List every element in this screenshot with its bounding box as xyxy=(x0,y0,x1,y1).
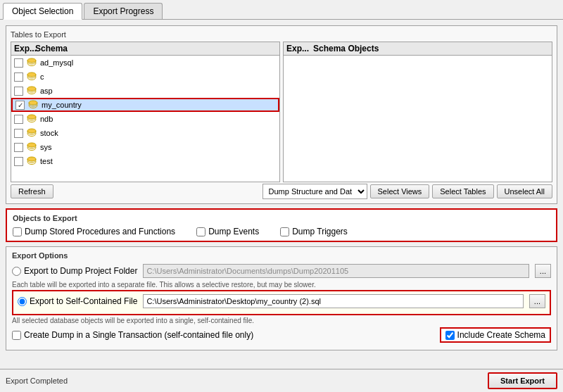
checkbox-asp[interactable] xyxy=(14,87,23,96)
schema-name-c: c xyxy=(40,72,44,81)
dump-events-label[interactable]: Dump Events xyxy=(196,227,259,236)
schema-objects-header: Exp... Schema Objects xyxy=(284,42,552,56)
schema-list-header: Exp... Schema xyxy=(11,42,279,56)
checkbox-stock[interactable] xyxy=(14,129,23,138)
schema-name-ndb: ndb xyxy=(40,115,53,123)
exp-col-header: Exp... xyxy=(286,44,309,53)
schema-item-ndb[interactable]: ndb xyxy=(11,112,279,126)
create-dump-label[interactable]: Create Dump in a Single Transaction (sel… xyxy=(12,330,253,340)
db-icon-stock xyxy=(26,127,37,139)
table-toolbar: Refresh Dump Structure and Dat Dump Stru… xyxy=(11,184,552,199)
self-contained-browse-button[interactable]: ... xyxy=(529,294,545,308)
schema-name-test: test xyxy=(40,157,53,165)
project-folder-row: Export to Dump Project Folder ... xyxy=(12,264,551,278)
svg-point-5 xyxy=(27,129,36,133)
self-contained-path[interactable] xyxy=(143,294,523,308)
main-container: Object Selection Export Progress Tables … xyxy=(0,0,563,392)
export-options-title: Export Options xyxy=(12,251,551,260)
project-folder-label: Export to Dump Project Folder xyxy=(24,266,137,276)
svg-point-6 xyxy=(27,143,36,147)
schema-item-my_country[interactable]: my_country xyxy=(11,98,279,112)
self-contained-info-text: All selected database objects will be ex… xyxy=(12,317,551,324)
db-icon-ad_mysql xyxy=(26,57,37,68)
self-contained-row: Export to Self-Contained File ... xyxy=(12,290,551,315)
schema-item-asp[interactable]: asp xyxy=(11,84,279,98)
checkbox-sys[interactable] xyxy=(14,143,23,152)
start-export-button[interactable]: Start Export xyxy=(488,372,557,389)
db-icon-test xyxy=(26,156,37,167)
include-schema-text: Include Create Schema xyxy=(457,330,545,340)
schema-objects-col-header: Schema Objects xyxy=(313,44,379,53)
tab-export-progress[interactable]: Export Progress xyxy=(84,3,163,19)
svg-point-2 xyxy=(27,87,36,91)
schema-name-stock: stock xyxy=(40,129,58,137)
schema-column-header: Schema xyxy=(35,44,277,53)
schema-name-my_country: my_country xyxy=(42,101,82,109)
include-schema-checkbox[interactable] xyxy=(445,331,455,340)
schema-item-c[interactable]: c xyxy=(11,70,279,84)
svg-point-1 xyxy=(27,72,36,77)
svg-point-0 xyxy=(27,58,36,63)
small-note-text: Each table will be exported into a separ… xyxy=(12,281,551,289)
dump-stored-text: Dump Stored Procedures and Functions xyxy=(25,227,175,236)
dump-events-checkbox[interactable] xyxy=(196,227,205,236)
dump-mode-select[interactable]: Dump Structure and Dat Dump Structure On… xyxy=(262,184,367,199)
schema-name-asp: asp xyxy=(40,87,53,95)
create-dump-checkbox[interactable] xyxy=(12,331,21,340)
tab-bar: Object Selection Export Progress xyxy=(0,0,563,20)
project-folder-radio[interactable] xyxy=(12,267,21,276)
project-folder-radio-label[interactable]: Export to Dump Project Folder xyxy=(12,266,137,276)
create-dump-text: Create Dump in a Single Transaction (sel… xyxy=(24,330,253,340)
db-icon-my_country xyxy=(27,99,39,110)
schema-item-stock[interactable]: stock xyxy=(11,126,279,140)
include-schema-label[interactable]: Include Create Schema xyxy=(445,330,545,340)
schema-item-ad_mysql[interactable]: ad_mysql xyxy=(11,56,279,70)
db-icon-ndb xyxy=(26,113,37,125)
project-folder-path[interactable] xyxy=(143,264,529,278)
tables-to-export-section: Tables to Export Exp... Schema ad_mysql xyxy=(6,25,557,204)
schema-name-ad_mysql: ad_mysql xyxy=(40,58,73,67)
objects-to-export-section: Objects to Export Dump Stored Procedures… xyxy=(6,208,557,242)
dump-stored-checkbox[interactable] xyxy=(13,227,22,236)
svg-point-7 xyxy=(27,157,36,161)
schema-list-panel[interactable]: Exp... Schema ad_mysql c xyxy=(11,42,280,182)
checkbox-c[interactable] xyxy=(14,72,23,82)
objects-export-title: Objects to Export xyxy=(13,214,550,222)
unselect-all-button[interactable]: Unselect All xyxy=(497,184,552,198)
dump-triggers-text: Dump Triggers xyxy=(292,227,348,236)
refresh-button[interactable]: Refresh xyxy=(11,184,53,198)
objects-export-checkboxes: Dump Stored Procedures and Functions Dum… xyxy=(13,227,550,236)
db-icon-asp xyxy=(26,85,37,96)
self-contained-radio-label[interactable]: Export to Self-Contained File xyxy=(18,296,137,306)
svg-point-3 xyxy=(29,101,37,105)
schema-objects-panel: Exp... Schema Objects xyxy=(283,42,552,182)
checkbox-ndb[interactable] xyxy=(14,115,23,124)
select-tables-button[interactable]: Select Tables xyxy=(432,184,493,198)
project-folder-browse-button[interactable]: ... xyxy=(535,264,551,278)
content-area: Tables to Export Exp... Schema ad_mysql xyxy=(0,20,563,369)
self-contained-option-row: Export to Self-Contained File ... xyxy=(18,294,545,308)
checkbox-test[interactable] xyxy=(14,157,23,166)
svg-point-4 xyxy=(27,115,36,119)
tab-object-selection[interactable]: Object Selection xyxy=(3,3,82,20)
dump-events-text: Dump Events xyxy=(208,227,259,236)
dump-triggers-label[interactable]: Dump Triggers xyxy=(280,227,348,236)
select-views-button[interactable]: Select Views xyxy=(370,184,430,198)
dump-stored-label[interactable]: Dump Stored Procedures and Functions xyxy=(13,227,175,236)
db-icon-c xyxy=(26,71,37,82)
export-status: Export Completed xyxy=(6,377,68,385)
checkbox-ad_mysql[interactable] xyxy=(14,58,23,68)
create-dump-row: Create Dump in a Single Transaction (sel… xyxy=(12,327,551,343)
exp-column-header: Exp... xyxy=(14,44,35,53)
self-contained-radio[interactable] xyxy=(18,297,27,306)
schema-item-sys[interactable]: sys xyxy=(11,140,279,154)
dump-triggers-checkbox[interactable] xyxy=(280,227,289,236)
tables-export-area: Exp... Schema ad_mysql c xyxy=(11,42,552,182)
db-icon-sys xyxy=(26,141,37,153)
checkbox-my_country[interactable] xyxy=(15,101,25,110)
schema-item-test[interactable]: test xyxy=(11,154,279,168)
schema-name-sys: sys xyxy=(40,143,52,151)
self-contained-label: Export to Self-Contained File xyxy=(30,296,137,306)
export-options-section: Export Options Export to Dump Project Fo… xyxy=(6,246,557,350)
tables-section-title: Tables to Export xyxy=(11,30,552,39)
